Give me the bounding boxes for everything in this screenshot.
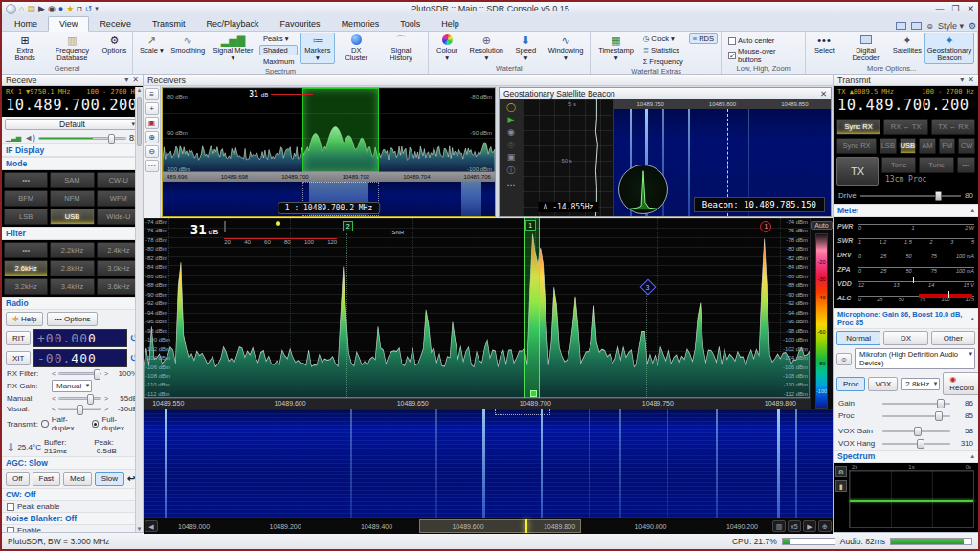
rx-filter-right-arrow[interactable]: >	[104, 370, 108, 377]
undo-icon[interactable]: ↺	[85, 4, 93, 13]
mic-profile-button[interactable]: Other	[931, 331, 975, 345]
scale-button[interactable]: ↗Scale ▾	[136, 33, 167, 56]
tuning-passband[interactable]	[524, 218, 540, 398]
beacon-info-icon[interactable]: ⓘ	[507, 165, 516, 177]
colour-button[interactable]: Colour ▾	[432, 33, 463, 64]
drive-slider[interactable]	[860, 195, 961, 197]
resolution-button[interactable]: ⊕Resolution ▾	[464, 33, 508, 64]
rx1-selection[interactable]	[302, 88, 379, 172]
camera-icon[interactable]: ◘	[77, 4, 81, 13]
markers-button[interactable]: ≔Markers ▾	[300, 33, 335, 64]
agc-button[interactable]: Off	[6, 472, 30, 486]
windowing-button[interactable]: ∿Windowing ▾	[544, 33, 589, 64]
full-duplex-label[interactable]: Full-duplex	[101, 415, 138, 432]
settings-gear-icon[interactable]: ⚙	[969, 21, 976, 31]
tx-spectrum-mode-icon[interactable]: ▮	[835, 480, 847, 492]
mode-button[interactable]: •••	[4, 172, 48, 188]
minimize-button[interactable]: —	[935, 4, 944, 13]
monitor-1-icon[interactable]	[896, 22, 906, 30]
nav-play-icon[interactable]: ▶	[803, 520, 816, 532]
tab-home[interactable]: Home	[4, 17, 48, 31]
tx-mode-button[interactable]: FM	[939, 138, 956, 154]
mic-device-dropdown[interactable]: Mikrofon (High Definition Audio Device)▾	[855, 348, 975, 369]
help-button[interactable]: ✛ Help	[6, 312, 43, 326]
folder-icon[interactable]: ▤	[27, 4, 35, 13]
microphone-icon[interactable]: ⌯	[836, 353, 852, 365]
filter-button[interactable]: 2.2kHz	[50, 242, 94, 258]
vox-hang-slider[interactable]	[882, 443, 950, 445]
close-button[interactable]: ✕	[967, 4, 974, 13]
nav-right-button[interactable]: ⊕	[818, 520, 832, 532]
tab-help[interactable]: Help	[431, 17, 470, 31]
rx-menu-icon[interactable]: ≡	[145, 88, 159, 100]
close-panel-icon[interactable]: ✕	[132, 76, 139, 84]
tx-close-icon[interactable]: ✕	[968, 76, 974, 84]
tx-mode-button[interactable]: LSB	[880, 138, 897, 154]
nav-zoom-factor[interactable]: x5	[788, 520, 801, 532]
vox-button[interactable]: VOX	[868, 377, 898, 391]
rds-button[interactable]: ≡ RDS	[689, 33, 718, 44]
frequency-database-button[interactable]: ▥Frequency Database	[47, 33, 97, 64]
qat-dropdown-icon[interactable]: ▾	[95, 4, 99, 13]
tx-frequency-display[interactable]: TX ▲8089.5 MHz100 - 2700 Hz 10.489.700.2…	[834, 86, 978, 117]
main-waterfall[interactable]	[144, 409, 833, 518]
tab-view[interactable]: View	[48, 16, 89, 32]
clock-button[interactable]: ◷ Clock ▾	[639, 33, 687, 44]
globe-icon[interactable]: ●	[58, 4, 63, 13]
microphone-section[interactable]: Microphone: Gain 86, Boost 10.0 dB, Proc…	[837, 310, 970, 327]
marker-3[interactable]: 3	[639, 278, 656, 295]
beacon-eye-icon[interactable]: ◎	[507, 140, 515, 149]
nav-left-button[interactable]: ◀	[145, 520, 158, 532]
rit-button[interactable]: RIT	[6, 331, 31, 345]
tx-mode-button[interactable]: CW	[958, 138, 975, 154]
manual-gain-slider[interactable]	[58, 397, 101, 400]
options-button[interactable]: ⚙Options	[99, 33, 129, 56]
noise-blanker-section[interactable]: Noise Blanker: Off	[6, 514, 77, 523]
mode-button[interactable]: LSB	[4, 209, 48, 225]
style-selector[interactable]: Style ▾	[938, 21, 964, 31]
peaks-button[interactable]: Peaks ▾	[259, 33, 299, 44]
tab-tools[interactable]: Tools	[390, 17, 431, 31]
dx-cluster-button[interactable]: DX Cluster	[337, 33, 375, 64]
volume-slider[interactable]	[38, 137, 126, 140]
favourite-icon[interactable]: ★	[66, 4, 74, 13]
vox-gain-slider[interactable]	[882, 430, 950, 432]
tab-rec-playback[interactable]: Rec/Playback	[196, 17, 270, 31]
colorbar-gradient[interactable]: -20 -30 -40 -60 -80 -100	[815, 233, 828, 409]
rx-frequency-display[interactable]: RX 1 ▼9750.1 MHz100 - 2700 Hz 10.489.700…	[2, 86, 143, 117]
proc-button[interactable]: Proc	[836, 377, 865, 391]
filter-button[interactable]: 2.8kHz	[50, 260, 94, 276]
rit-display[interactable]: +00.000	[33, 329, 127, 347]
rx-filter-slider[interactable]	[58, 372, 101, 375]
tab-favourites[interactable]: Favourites	[270, 17, 331, 31]
radio-section[interactable]: Radio	[6, 298, 29, 308]
lock-icon[interactable]: ⌂	[19, 4, 24, 13]
rx1-spectrum[interactable]: 31dB -80 dBm-90 dBm-100 dBm -80 dBm-90 d…	[163, 88, 495, 172]
marker-1-circle[interactable]: 1	[760, 221, 771, 232]
tune-button[interactable]: Tune	[919, 157, 953, 173]
tab-memories[interactable]: Memories	[331, 17, 390, 31]
nb-enable-checkbox[interactable]	[7, 527, 14, 533]
auto-center-checkbox[interactable]: Auto center	[724, 35, 803, 46]
filter-button[interactable]: 3.2kHz	[4, 278, 48, 295]
agc-button[interactable]: Med	[63, 472, 92, 486]
satellites-button[interactable]: ✦Satellites	[892, 33, 923, 56]
signal-meter-button[interactable]: ▂▅▇Signal Meter ▾	[209, 33, 257, 64]
agc-button[interactable]: Fast	[33, 472, 61, 486]
beacon-target-icon[interactable]: ◉	[507, 127, 515, 137]
mouse-over-buttons-checkbox[interactable]: ✓ Mouse-over buttons	[724, 50, 803, 60]
bulb-icon[interactable]: ⊜	[926, 22, 933, 31]
agc-section[interactable]: AGC: Slow	[6, 458, 48, 468]
record-button[interactable]: ◉ Record	[943, 372, 978, 395]
mic-profile-button[interactable]: DX	[883, 331, 927, 345]
full-duplex-radio[interactable]	[92, 420, 100, 428]
rx-frequency-value[interactable]: 10.489.700.200	[6, 97, 139, 114]
mode-button[interactable]: SAM	[50, 172, 94, 188]
manual-right-arrow[interactable]: >	[104, 395, 108, 402]
tx-more-button[interactable]: •••	[957, 157, 975, 173]
sync-rx-button[interactable]: Sync RX	[836, 119, 880, 135]
if-display-section[interactable]: IF Display	[6, 145, 44, 155]
gain-slider[interactable]	[882, 403, 950, 405]
rx-add-icon[interactable]: +	[145, 102, 159, 115]
peak-enable-label[interactable]: Peak enable	[17, 502, 59, 511]
